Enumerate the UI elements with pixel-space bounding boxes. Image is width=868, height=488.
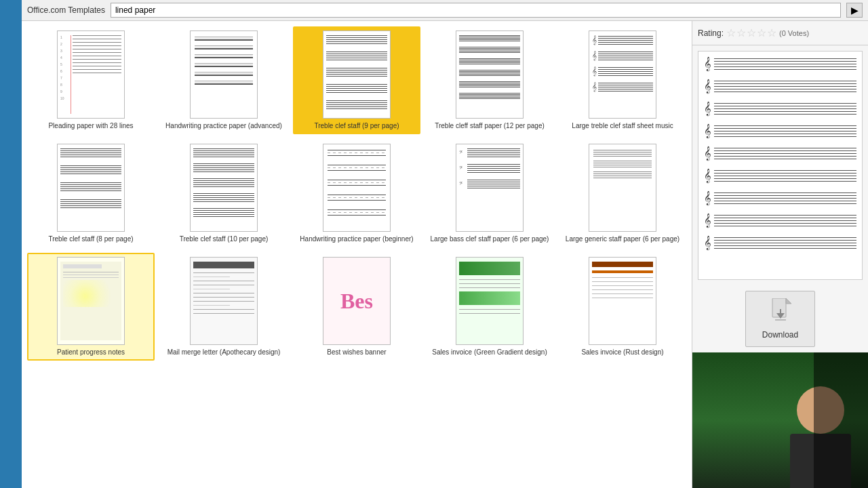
rating-area: Rating: ☆ ☆ ☆ ☆ ☆ (0 Votes) bbox=[692, 21, 868, 45]
template-item-treble10[interactable]: Treble clef staff (10 per page) bbox=[160, 140, 288, 247]
preview-staff-row-5: 𝄞 bbox=[704, 146, 856, 161]
header-bar: Office.com Templates ▶ bbox=[22, 0, 868, 21]
template-item-generic6[interactable]: Large generic staff paper (6 per page) bbox=[559, 140, 686, 247]
template-item-treble8[interactable]: Treble clef staff (8 per page) bbox=[27, 140, 155, 247]
download-file-icon bbox=[770, 298, 791, 323]
star-4[interactable]: ☆ bbox=[757, 26, 766, 39]
preview-staff-row-9: 𝄞 bbox=[704, 236, 856, 250]
preview-clef-3: 𝄞 bbox=[704, 102, 711, 116]
template-grid: 12345678910 Pleading paper with 28 lines bbox=[22, 21, 692, 488]
download-icon bbox=[770, 298, 791, 327]
video-placeholder bbox=[692, 352, 868, 488]
search-button[interactable]: ▶ bbox=[846, 3, 863, 18]
template-label-treble9: Treble clef staff (9 per page) bbox=[314, 121, 399, 130]
preview-staff-lines-5 bbox=[714, 148, 856, 159]
template-item-hw-beginner[interactable]: Handwriting practice paper (beginner) bbox=[293, 140, 420, 247]
template-label-patient: Patient progress notes bbox=[57, 348, 125, 357]
preview-staff-row-1: 𝄞 bbox=[704, 57, 856, 71]
template-item-hw-advanced[interactable]: Handwriting practice paper (advanced) bbox=[160, 26, 288, 134]
template-label-invoice-rust: Sales invoice (Rust design) bbox=[581, 348, 663, 357]
template-label-hw-beginner: Handwriting practice paper (beginner) bbox=[300, 235, 413, 243]
template-thumb-treble12 bbox=[456, 30, 524, 119]
template-label-bestwish: Best wishes banner bbox=[327, 348, 386, 357]
template-item-treble12[interactable]: Treble cleff staff paper (12 per page) bbox=[426, 26, 553, 134]
template-item-bass6[interactable]: 𝄢 𝄢 𝄢 Large bass clef staff paper (6 per… bbox=[426, 140, 553, 247]
template-label-treble12: Treble cleff staff paper (12 per page) bbox=[435, 121, 545, 130]
preview-clef-1: 𝄞 bbox=[704, 57, 711, 71]
preview-staff-lines-7 bbox=[714, 192, 856, 204]
rating-label: Rating: ☆ ☆ ☆ ☆ ☆ (0 Votes) bbox=[698, 26, 863, 39]
preview-staff-lines-2 bbox=[714, 81, 856, 92]
template-label-invoice-green: Sales invoice (Green Gradient design) bbox=[432, 348, 547, 357]
template-label-generic6: Large generic staff paper (6 per page) bbox=[566, 235, 679, 243]
download-button[interactable]: Download bbox=[745, 291, 815, 347]
template-item-bestwish[interactable]: Bes Best wishes banner bbox=[293, 253, 420, 361]
preview-clef-8: 𝄞 bbox=[704, 214, 711, 228]
template-thumb-invoice-green bbox=[456, 257, 524, 345]
left-sidebar-tab bbox=[0, 0, 22, 488]
template-thumb-bass6: 𝄢 𝄢 𝄢 bbox=[456, 144, 524, 232]
preview-clef-9: 𝄞 bbox=[704, 236, 711, 250]
download-label: Download bbox=[762, 330, 798, 340]
preview-clef-2: 𝄞 bbox=[704, 79, 711, 94]
template-item-patient[interactable]: Patient progress notes bbox=[27, 253, 155, 361]
template-thumb-treble10 bbox=[190, 144, 258, 232]
preview-staff-lines-3 bbox=[714, 103, 856, 115]
template-thumb-invoice-rust bbox=[589, 257, 656, 345]
main-content: Office.com Templates ▶ 12345678910 bbox=[22, 0, 868, 488]
template-thumb-generic6 bbox=[589, 144, 656, 232]
svg-marker-1 bbox=[786, 298, 791, 304]
download-area: Download bbox=[692, 285, 868, 352]
template-thumb-patient bbox=[57, 257, 125, 345]
preview-staff-row-6: 𝄞 bbox=[704, 169, 856, 183]
star-3[interactable]: ☆ bbox=[747, 26, 756, 39]
template-thumb-hw-beginner bbox=[323, 144, 391, 232]
preview-staff-lines-9 bbox=[714, 237, 856, 249]
star-1[interactable]: ☆ bbox=[726, 26, 736, 39]
template-thumb-bestwish: Bes bbox=[323, 257, 391, 345]
template-label-large-treble: Large treble clef staff sheet music bbox=[572, 121, 673, 130]
preview-staff-lines-8 bbox=[714, 215, 856, 226]
template-thumb-mailmerge bbox=[190, 257, 258, 345]
template-label-treble8: Treble clef staff (8 per page) bbox=[48, 235, 133, 243]
sidebar-right: Rating: ☆ ☆ ☆ ☆ ☆ (0 Votes) 𝄞 bbox=[692, 21, 868, 488]
star-2[interactable]: ☆ bbox=[736, 26, 746, 39]
template-label-bass6: Large bass clef staff paper (6 per page) bbox=[431, 235, 549, 243]
template-item-pleading[interactable]: 12345678910 Pleading paper with 28 lines bbox=[27, 26, 155, 134]
template-thumb-treble8 bbox=[57, 144, 125, 232]
votes-text: (0 Votes) bbox=[779, 29, 809, 37]
stars-container: ☆ ☆ ☆ ☆ ☆ bbox=[726, 26, 776, 39]
preview-clef-5: 𝄞 bbox=[704, 146, 711, 161]
preview-clef-6: 𝄞 bbox=[704, 169, 711, 183]
preview-staff-lines-4 bbox=[714, 125, 856, 137]
preview-staff-lines-1 bbox=[714, 58, 856, 70]
preview-staff-lines-6 bbox=[714, 170, 856, 182]
template-thumb-treble9 bbox=[323, 30, 391, 119]
templates-title: Office.com Templates bbox=[27, 5, 105, 15]
template-item-mailmerge[interactable]: Mail merge letter (Apothecary design) bbox=[160, 253, 288, 361]
preview-clef-4: 𝄞 bbox=[704, 124, 711, 138]
template-item-invoice-green[interactable]: Sales invoice (Green Gradient design) bbox=[426, 253, 553, 361]
preview-staff-row-8: 𝄞 bbox=[704, 214, 856, 228]
template-item-treble9[interactable]: Treble clef staff (9 per page) bbox=[293, 26, 420, 134]
template-label-treble10: Treble clef staff (10 per page) bbox=[180, 235, 269, 243]
preview-area: 𝄞 𝄞 𝄞 𝄞 bbox=[698, 51, 863, 280]
template-item-large-treble[interactable]: 𝄞 𝄞 𝄞 bbox=[559, 26, 686, 134]
template-thumb-pleading: 12345678910 bbox=[57, 30, 125, 119]
template-thumb-large-treble: 𝄞 𝄞 𝄞 bbox=[589, 30, 656, 119]
video-area[interactable] bbox=[692, 352, 868, 488]
content-area: 12345678910 Pleading paper with 28 lines bbox=[22, 21, 868, 488]
preview-staff-row-3: 𝄞 bbox=[704, 102, 856, 116]
template-label-pleading: Pleading paper with 28 lines bbox=[48, 121, 133, 130]
star-5[interactable]: ☆ bbox=[767, 26, 776, 39]
template-thumb-hw-advanced bbox=[190, 30, 258, 119]
preview-clef-7: 𝄞 bbox=[704, 191, 711, 205]
preview-staff-row-7: 𝄞 bbox=[704, 191, 856, 205]
preview-staff-row-4: 𝄞 bbox=[704, 124, 856, 138]
template-label-hw-advanced: Handwriting practice paper (advanced) bbox=[165, 121, 282, 130]
rating-text: Rating: bbox=[698, 28, 724, 38]
template-label-mailmerge: Mail merge letter (Apothecary design) bbox=[167, 348, 281, 357]
template-item-invoice-rust[interactable]: Sales invoice (Rust design) bbox=[559, 253, 686, 361]
preview-staff-row-2: 𝄞 bbox=[704, 79, 856, 94]
search-input[interactable] bbox=[111, 3, 841, 18]
